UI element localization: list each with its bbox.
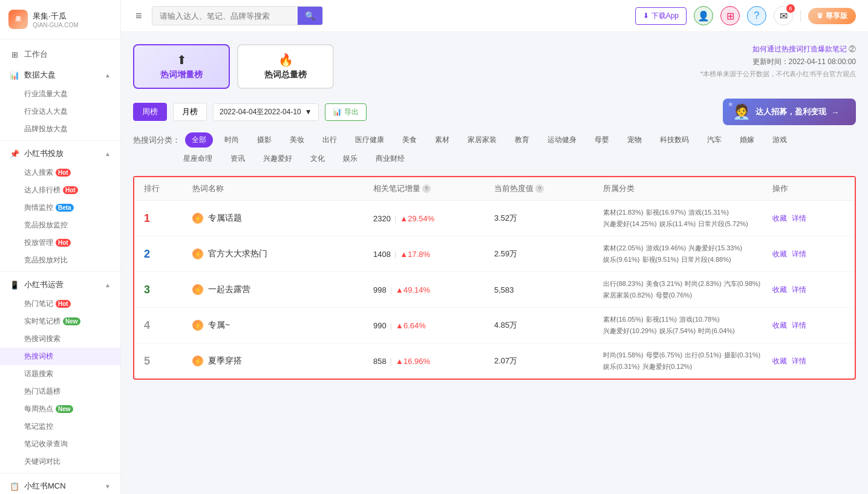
cat-culture[interactable]: 文化 bbox=[304, 151, 331, 166]
hot-keywords-table: 排行 热词名称 相关笔记增量 ? 当前热度值 ? 所属分类 操作 1 ⚡ 专属话… bbox=[133, 176, 856, 380]
cat-beauty[interactable]: 美妆 bbox=[283, 132, 311, 148]
growth-help-icon[interactable]: ? bbox=[422, 184, 431, 193]
cat-entertain[interactable]: 娱乐 bbox=[336, 151, 364, 166]
sidebar-item-topic-search[interactable]: 话题搜索 bbox=[0, 365, 120, 383]
sidebar-item-industry-flow[interactable]: 行业流量大盘 bbox=[0, 85, 120, 103]
sidebar-item-note-monitor[interactable]: 笔记监控 bbox=[0, 418, 120, 435]
cat-wedding[interactable]: 婚嫁 bbox=[733, 132, 761, 148]
table-header: 排行 热词名称 相关笔记增量 ? 当前热度值 ? 所属分类 操作 bbox=[134, 177, 855, 201]
cat-tech[interactable]: 科技数码 bbox=[653, 132, 696, 148]
period-month-btn[interactable]: 月榜 bbox=[173, 103, 207, 121]
chart-icon: 📊 bbox=[10, 71, 19, 80]
growth-cell: 990 | ▲6.64% bbox=[373, 321, 494, 330]
vip-button[interactable]: ♛ 尊享版 bbox=[808, 8, 856, 24]
rank-number: 4 bbox=[144, 319, 192, 332]
period-week-btn[interactable]: 周榜 bbox=[133, 103, 167, 121]
cat-baby[interactable]: 母婴 bbox=[588, 132, 616, 148]
growth-cell: 998 | ▲49.14% bbox=[373, 285, 494, 294]
sidebar-item-kol-rank[interactable]: 达人排行榜 Hot bbox=[0, 181, 120, 199]
logo-text: 果集·千瓜 QIAN-GUA.COM bbox=[33, 11, 79, 28]
cat-hobby[interactable]: 兴趣爱好 bbox=[256, 151, 299, 166]
cat-pet[interactable]: 宠物 bbox=[621, 132, 648, 148]
mobile-icon: 📱 bbox=[10, 281, 19, 290]
sidebar-item-realtime-note[interactable]: 实时笔记榜 New bbox=[0, 313, 120, 330]
sidebar-item-weekly-hot[interactable]: 每周热点 New bbox=[0, 400, 120, 418]
cat-edu[interactable]: 教育 bbox=[508, 132, 536, 148]
sidebar-item-industry-kol[interactable]: 行业达人大盘 bbox=[0, 103, 120, 120]
collect-btn[interactable]: 收藏 bbox=[772, 285, 787, 295]
keyword-icon: ⚡ bbox=[192, 356, 203, 366]
detail-btn[interactable]: 详情 bbox=[792, 285, 806, 295]
sidebar-item-brand-invest[interactable]: 品牌投放大盘 bbox=[0, 120, 120, 138]
cat-car[interactable]: 汽车 bbox=[700, 132, 728, 148]
date-range-select[interactable]: 2022-04-04至2022-04-10 ▼ bbox=[213, 103, 319, 121]
keyword-text[interactable]: 专属~ bbox=[208, 320, 230, 331]
collect-btn[interactable]: 收藏 bbox=[772, 249, 787, 259]
collect-btn[interactable]: 收藏 bbox=[772, 356, 787, 366]
sidebar-item-hot-search-rank[interactable]: 热搜词榜 bbox=[0, 348, 120, 365]
sidebar-item-hot-search[interactable]: 热搜词搜索 bbox=[0, 330, 120, 348]
sidebar-item-compete-compare[interactable]: 竞品投放对比 bbox=[0, 252, 120, 269]
collect-btn[interactable]: 收藏 bbox=[772, 320, 787, 331]
apps-icon-btn[interactable]: ⊞ bbox=[720, 6, 740, 25]
sidebar-item-compete-monitor[interactable]: 竞品投放监控 bbox=[0, 216, 120, 234]
help-link[interactable]: 如何通过热搜词打造爆款笔记 bbox=[752, 45, 847, 53]
cat-news[interactable]: 资讯 bbox=[224, 151, 252, 166]
detail-btn[interactable]: 详情 bbox=[792, 249, 806, 259]
keyword-cell: ⚡ 夏季穿搭 bbox=[192, 356, 373, 366]
expand-arrow: ▲ bbox=[105, 72, 111, 79]
sidebar-item-workbench[interactable]: ⊞ 工作台 bbox=[0, 44, 120, 65]
tab-hot-increase[interactable]: ⬆ 热词增量榜 bbox=[133, 44, 230, 89]
cat-fashion[interactable]: 时尚 bbox=[218, 132, 246, 148]
tab-hot-total[interactable]: 🔥 热词总量榜 bbox=[237, 44, 334, 89]
heat-value: 4.85万 bbox=[494, 320, 603, 331]
heat-help-icon[interactable]: ? bbox=[535, 184, 544, 193]
cat-photo[interactable]: 摄影 bbox=[250, 132, 278, 148]
keyword-text[interactable]: 夏季穿搭 bbox=[208, 356, 242, 366]
search-input[interactable] bbox=[152, 8, 298, 24]
sidebar-item-keyword-compare[interactable]: 关键词对比 bbox=[0, 453, 120, 470]
cat-astro[interactable]: 星座命理 bbox=[177, 151, 219, 166]
keyword-text[interactable]: 一起去露营 bbox=[208, 284, 250, 295]
search-button[interactable]: 🔍 bbox=[298, 7, 322, 25]
sidebar-item-invest-manage[interactable]: 投放管理 Hot bbox=[0, 234, 120, 252]
category-row1: 热搜词分类： 全部 时尚 摄影 美妆 出行 医疗健康 美食 素材 家居家装 教育… bbox=[133, 132, 856, 148]
collect-btn[interactable]: 收藏 bbox=[772, 213, 787, 224]
cat-sports[interactable]: 运动健身 bbox=[541, 132, 583, 148]
sidebar-item-sentiment[interactable]: 舆情监控 Beta bbox=[0, 199, 120, 216]
info-box: 如何通过热搜词打造爆款笔记 ② 更新时间：2022-04-11 08:00:00… bbox=[700, 44, 856, 79]
detail-btn[interactable]: 详情 bbox=[792, 356, 806, 366]
sidebar-item-hot-note[interactable]: 热门笔记 Hot bbox=[0, 295, 120, 313]
rank-number: 5 bbox=[144, 355, 192, 368]
sidebar-item-xhs-mcn[interactable]: 📋 小红书MCN ▼ bbox=[0, 476, 120, 494]
cat-all[interactable]: 全部 bbox=[185, 132, 213, 148]
promo-banner[interactable]: 🧑‍💼 达人招募，盈利变现 → bbox=[723, 99, 856, 125]
cat-travel[interactable]: 出行 bbox=[316, 132, 344, 148]
sidebar-item-xhs-invest[interactable]: 📌 小红书投放 ▲ bbox=[0, 143, 120, 164]
cat-business[interactable]: 商业财经 bbox=[369, 151, 411, 166]
sidebar-item-kol-search[interactable]: 达人搜索 Hot bbox=[0, 164, 120, 181]
cat-home[interactable]: 家居家装 bbox=[461, 132, 503, 148]
user-icon-btn[interactable]: 👤 bbox=[694, 6, 713, 25]
mail-icon-btn[interactable]: ✉ 6 bbox=[774, 6, 793, 25]
download-app-button[interactable]: ⬇ 下载App bbox=[635, 7, 687, 25]
detail-btn[interactable]: 详情 bbox=[792, 213, 806, 224]
cat-material[interactable]: 素材 bbox=[428, 132, 456, 148]
sidebar-item-xhs-ops[interactable]: 📱 小红书运营 ▲ bbox=[0, 275, 120, 295]
cat-food[interactable]: 美食 bbox=[396, 132, 423, 148]
sidebar-item-note-collection[interactable]: 笔记收录查询 bbox=[0, 435, 120, 453]
cat-health[interactable]: 医疗健康 bbox=[348, 132, 391, 148]
download-icon: ⬇ bbox=[643, 11, 649, 20]
hamburger-btn[interactable]: ≡ bbox=[133, 7, 145, 25]
keyword-text[interactable]: 官方大大求热门 bbox=[208, 249, 267, 259]
sidebar-item-data-dashboard[interactable]: 📊 数据大盘 ▲ bbox=[0, 65, 120, 85]
keyword-text[interactable]: 专属话题 bbox=[208, 213, 242, 224]
cat-game[interactable]: 游戏 bbox=[766, 132, 794, 148]
sidebar-item-hot-topic[interactable]: 热门话题榜 bbox=[0, 383, 120, 400]
export-button[interactable]: 📊 导出 bbox=[325, 103, 367, 121]
expand-arrow: ▲ bbox=[105, 151, 111, 157]
filter-row: 周榜 月榜 2022-04-04至2022-04-10 ▼ 📊 导出 🧑‍💼 达… bbox=[133, 99, 856, 125]
help-icon-btn[interactable]: ? bbox=[747, 6, 766, 25]
row-actions: 收藏 详情 bbox=[772, 285, 845, 295]
detail-btn[interactable]: 详情 bbox=[792, 320, 806, 331]
